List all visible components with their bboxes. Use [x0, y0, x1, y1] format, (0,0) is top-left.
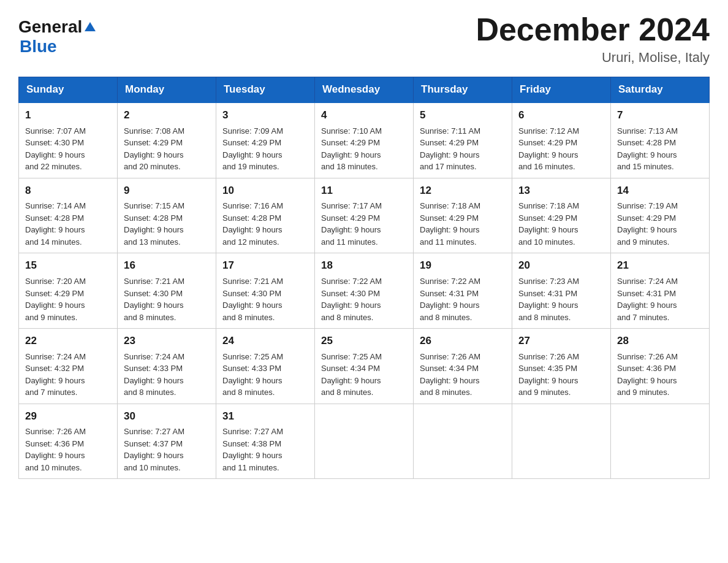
day-cell-27: 27Sunrise: 7:26 AMSunset: 4:35 PMDayligh…: [512, 329, 611, 404]
day-number-12: 12: [420, 183, 506, 199]
calendar-table: SundayMondayTuesdayWednesdayThursdayFrid…: [18, 77, 710, 479]
day-cell-18: 18Sunrise: 7:22 AMSunset: 4:30 PMDayligh…: [315, 253, 414, 329]
day-number-27: 27: [518, 334, 604, 349]
day-info-29: Sunrise: 7:26 AMSunset: 4:36 PMDaylight:…: [25, 426, 111, 473]
empty-cell-w4-c4: [414, 404, 512, 479]
header-thursday: Thursday: [414, 77, 512, 103]
day-number-6: 6: [518, 108, 604, 123]
day-number-19: 19: [420, 258, 506, 274]
day-cell-25: 25Sunrise: 7:25 AMSunset: 4:34 PMDayligh…: [315, 329, 414, 404]
logo: General Blue: [18, 17, 96, 56]
day-number-30: 30: [124, 409, 210, 424]
day-info-25: Sunrise: 7:25 AMSunset: 4:34 PMDaylight:…: [321, 351, 407, 399]
header-friday: Friday: [512, 77, 611, 103]
day-info-16: Sunrise: 7:21 AMSunset: 4:30 PMDaylight:…: [124, 275, 210, 323]
page-header: General Blue December 2024 Ururi, Molise…: [18, 12, 710, 66]
day-number-31: 31: [222, 409, 308, 424]
day-number-23: 23: [124, 334, 210, 349]
day-info-14: Sunrise: 7:19 AMSunset: 4:29 PMDaylight:…: [617, 200, 703, 248]
day-number-28: 28: [617, 334, 703, 349]
day-info-10: Sunrise: 7:16 AMSunset: 4:28 PMDaylight:…: [222, 200, 308, 248]
day-info-22: Sunrise: 7:24 AMSunset: 4:32 PMDaylight:…: [25, 351, 111, 399]
day-info-21: Sunrise: 7:24 AMSunset: 4:31 PMDaylight:…: [617, 275, 703, 323]
empty-cell-w4-c5: [512, 404, 611, 479]
header-tuesday: Tuesday: [216, 77, 315, 103]
page-title: December 2024: [476, 12, 710, 47]
day-info-23: Sunrise: 7:24 AMSunset: 4:33 PMDaylight:…: [124, 351, 210, 399]
day-cell-3: 3Sunrise: 7:09 AMSunset: 4:29 PMDaylight…: [216, 102, 315, 178]
day-number-20: 20: [518, 258, 604, 274]
logo-blue-text: Blue: [20, 37, 57, 56]
day-number-7: 7: [617, 108, 703, 123]
day-number-25: 25: [321, 334, 407, 349]
day-info-8: Sunrise: 7:14 AMSunset: 4:28 PMDaylight:…: [25, 200, 111, 248]
day-number-3: 3: [222, 108, 308, 123]
day-info-27: Sunrise: 7:26 AMSunset: 4:35 PMDaylight:…: [518, 351, 604, 399]
day-cell-29: 29Sunrise: 7:26 AMSunset: 4:36 PMDayligh…: [19, 404, 118, 479]
day-info-18: Sunrise: 7:22 AMSunset: 4:30 PMDaylight:…: [321, 275, 407, 323]
day-info-19: Sunrise: 7:22 AMSunset: 4:31 PMDaylight:…: [420, 275, 506, 323]
calendar-header: SundayMondayTuesdayWednesdayThursdayFrid…: [19, 77, 710, 103]
day-info-2: Sunrise: 7:08 AMSunset: 4:29 PMDaylight:…: [124, 125, 210, 173]
day-info-1: Sunrise: 7:07 AMSunset: 4:30 PMDaylight:…: [25, 125, 111, 173]
empty-cell-w4-c6: [611, 404, 710, 479]
day-cell-30: 30Sunrise: 7:27 AMSunset: 4:37 PMDayligh…: [118, 404, 216, 479]
day-number-2: 2: [124, 108, 210, 123]
day-number-18: 18: [321, 258, 407, 274]
day-cell-6: 6Sunrise: 7:12 AMSunset: 4:29 PMDaylight…: [512, 102, 611, 178]
day-info-3: Sunrise: 7:09 AMSunset: 4:29 PMDaylight:…: [222, 125, 308, 173]
title-block: December 2024 Ururi, Molise, Italy: [476, 12, 710, 66]
day-number-24: 24: [222, 334, 308, 349]
day-number-29: 29: [25, 409, 111, 424]
day-cell-26: 26Sunrise: 7:26 AMSunset: 4:34 PMDayligh…: [414, 329, 512, 404]
day-info-15: Sunrise: 7:20 AMSunset: 4:29 PMDaylight:…: [25, 275, 111, 323]
day-cell-14: 14Sunrise: 7:19 AMSunset: 4:29 PMDayligh…: [611, 178, 710, 253]
logo-arrow-icon: [85, 22, 96, 31]
day-number-4: 4: [321, 108, 407, 123]
day-cell-2: 2Sunrise: 7:08 AMSunset: 4:29 PMDaylight…: [118, 102, 216, 178]
day-number-21: 21: [617, 258, 703, 274]
day-cell-12: 12Sunrise: 7:18 AMSunset: 4:29 PMDayligh…: [414, 178, 512, 253]
day-cell-23: 23Sunrise: 7:24 AMSunset: 4:33 PMDayligh…: [118, 329, 216, 404]
day-info-20: Sunrise: 7:23 AMSunset: 4:31 PMDaylight:…: [518, 275, 604, 323]
day-cell-17: 17Sunrise: 7:21 AMSunset: 4:30 PMDayligh…: [216, 253, 315, 329]
day-cell-15: 15Sunrise: 7:20 AMSunset: 4:29 PMDayligh…: [19, 253, 118, 329]
header-wednesday: Wednesday: [315, 77, 414, 103]
day-number-10: 10: [222, 183, 308, 199]
day-cell-19: 19Sunrise: 7:22 AMSunset: 4:31 PMDayligh…: [414, 253, 512, 329]
day-info-9: Sunrise: 7:15 AMSunset: 4:28 PMDaylight:…: [124, 200, 210, 248]
header-sunday: Sunday: [19, 77, 118, 103]
week-row-2: 8Sunrise: 7:14 AMSunset: 4:28 PMDaylight…: [19, 178, 710, 253]
day-number-11: 11: [321, 183, 407, 199]
day-info-13: Sunrise: 7:18 AMSunset: 4:29 PMDaylight:…: [518, 200, 604, 248]
header-row: SundayMondayTuesdayWednesdayThursdayFrid…: [19, 77, 710, 103]
day-cell-28: 28Sunrise: 7:26 AMSunset: 4:36 PMDayligh…: [611, 329, 710, 404]
day-number-15: 15: [25, 258, 111, 274]
day-info-28: Sunrise: 7:26 AMSunset: 4:36 PMDaylight:…: [617, 351, 703, 399]
day-number-26: 26: [420, 334, 506, 349]
day-cell-4: 4Sunrise: 7:10 AMSunset: 4:29 PMDaylight…: [315, 102, 414, 178]
day-cell-5: 5Sunrise: 7:11 AMSunset: 4:29 PMDaylight…: [414, 102, 512, 178]
day-info-24: Sunrise: 7:25 AMSunset: 4:33 PMDaylight:…: [222, 351, 308, 399]
header-monday: Monday: [118, 77, 216, 103]
day-cell-7: 7Sunrise: 7:13 AMSunset: 4:28 PMDaylight…: [611, 102, 710, 178]
header-saturday: Saturday: [611, 77, 710, 103]
day-cell-1: 1Sunrise: 7:07 AMSunset: 4:30 PMDaylight…: [19, 102, 118, 178]
day-info-12: Sunrise: 7:18 AMSunset: 4:29 PMDaylight:…: [420, 200, 506, 248]
day-info-5: Sunrise: 7:11 AMSunset: 4:29 PMDaylight:…: [420, 125, 506, 173]
day-info-4: Sunrise: 7:10 AMSunset: 4:29 PMDaylight:…: [321, 125, 407, 173]
week-row-3: 15Sunrise: 7:20 AMSunset: 4:29 PMDayligh…: [19, 253, 710, 329]
day-info-6: Sunrise: 7:12 AMSunset: 4:29 PMDaylight:…: [518, 125, 604, 173]
day-cell-31: 31Sunrise: 7:27 AMSunset: 4:38 PMDayligh…: [216, 404, 315, 479]
day-info-7: Sunrise: 7:13 AMSunset: 4:28 PMDaylight:…: [617, 125, 703, 173]
day-number-17: 17: [222, 258, 308, 274]
day-number-9: 9: [124, 183, 210, 199]
day-info-17: Sunrise: 7:21 AMSunset: 4:30 PMDaylight:…: [222, 275, 308, 323]
day-cell-11: 11Sunrise: 7:17 AMSunset: 4:29 PMDayligh…: [315, 178, 414, 253]
day-cell-13: 13Sunrise: 7:18 AMSunset: 4:29 PMDayligh…: [512, 178, 611, 253]
day-number-16: 16: [124, 258, 210, 274]
day-info-26: Sunrise: 7:26 AMSunset: 4:34 PMDaylight:…: [420, 351, 506, 399]
day-number-1: 1: [25, 108, 111, 123]
day-cell-16: 16Sunrise: 7:21 AMSunset: 4:30 PMDayligh…: [118, 253, 216, 329]
logo-general-text: General: [18, 17, 82, 37]
